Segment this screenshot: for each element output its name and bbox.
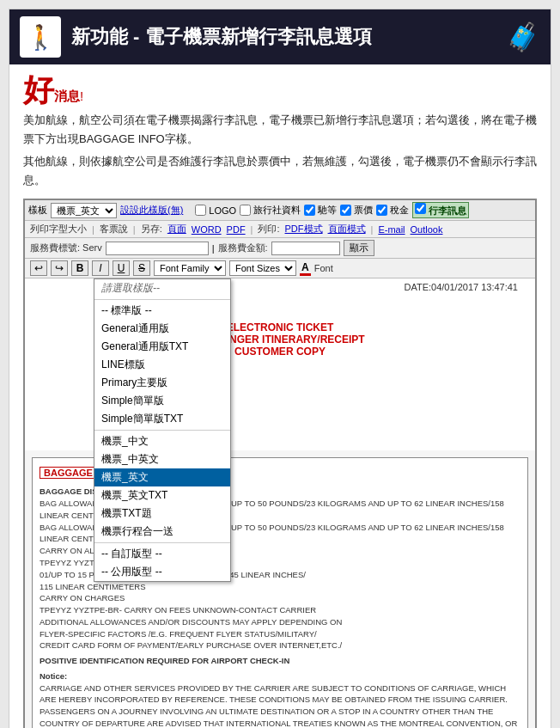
strikethrough-button[interactable]: S [133, 260, 150, 276]
italic-button[interactable]: I [92, 260, 109, 276]
another-label: 另存: [141, 223, 162, 236]
undo-button[interactable]: ↩ [30, 260, 47, 276]
feeji-checkbox[interactable] [340, 205, 351, 216]
taxfee-checkbox[interactable] [376, 205, 387, 216]
dropdown-item-ticket-en[interactable]: 機票_英文 [94, 468, 230, 486]
baggage-info-checkbox[interactable] [415, 203, 426, 214]
dropdown-item-ticket-txt[interactable]: 機票TXT題 [94, 505, 230, 523]
paragraph2: 其他航線，則依據航空公司是否維護行李訊息於票價中，若無維護，勾選後，電子機票仍不… [23, 152, 537, 190]
baggage-info-checkbox-group: 行李訊息 [412, 202, 469, 218]
luggage-icon: 🧳 [506, 21, 540, 53]
underline-button[interactable]: U [113, 260, 130, 276]
positive-id: POSITIVE IDENTIFICATION REQUIRED FOR AIR… [40, 655, 520, 667]
logo-checkbox[interactable] [195, 205, 206, 216]
dropdown-item-ticket-zh-en[interactable]: 機票_中英文 [94, 450, 230, 468]
dropdown-item-custom[interactable]: -- 自訂版型 -- [94, 545, 230, 563]
dropdown-item-line[interactable]: LINE標版 [94, 356, 230, 374]
fee-amount-label: 服務費金額: [218, 242, 268, 254]
font-sizes-select[interactable]: Font Sizes [229, 260, 296, 276]
bag-line-7: TPEYYZ YYZTPE-BR- CARRY ON FEES UNKNOWN-… [40, 604, 520, 616]
set-template-link[interactable]: 設設此樣版(無) [120, 204, 183, 217]
bold-button[interactable]: B [71, 260, 88, 276]
dropdown-item-standard[interactable]: -- 標準版 -- [94, 302, 230, 320]
dropdown-header: 請選取樣版-- [94, 279, 230, 297]
fee-amount-input[interactable] [271, 242, 340, 255]
page-link[interactable]: 頁面 [167, 223, 186, 236]
body-content: 好 消息 ! 美加航線，航空公司須在電子機票揭露行李訊息，電子機票已新增行李訊息… [9, 64, 551, 728]
dropdown-item-primary[interactable]: Primary主要版 [94, 374, 230, 392]
notice-section: Notice: [40, 670, 520, 682]
toolbar-row1: 樣板 機票_英文 設設此樣版(無) LOGO 旅行社資料 馳等 [25, 200, 535, 221]
main-container: 🚶 新功能 - 電子機票新增行李訊息選項 🧳 好 消息 ! 美加航線，航空公司須… [9, 9, 551, 728]
chideng-checkbox[interactable] [304, 205, 315, 216]
feeji-checkbox-group: 票價 [340, 204, 373, 217]
bag-line-6: CARRY ON CHARGES [40, 592, 520, 604]
font-color-a[interactable]: A [300, 261, 311, 276]
good-small-char: 消息 [54, 89, 80, 105]
page-header: 🚶 新功能 - 電子機票新增行李訊息選項 🧳 [9, 9, 551, 64]
dropdown-item-public[interactable]: -- 公用版型 -- [94, 563, 230, 581]
bag-line-10: CREDIT CARD FORM OF PAYMENT/EARLY PURCHA… [40, 639, 520, 652]
outlook-link[interactable]: Outlook [411, 224, 443, 235]
template-label: 樣板 [28, 204, 47, 217]
good-news-heading: 好 消息 ! [23, 75, 537, 106]
travel-info-checkbox[interactable] [240, 205, 251, 216]
pdf-mode-link[interactable]: PDF模式 [285, 223, 323, 236]
font-label: Font [314, 263, 333, 273]
template-dropdown: 請選取樣版-- -- 標準版 -- General通用版 General通用版T… [94, 278, 231, 582]
taxfee-label: 稅金 [390, 204, 409, 217]
dropdown-item-simple-txt[interactable]: Simple簡單版TXT [94, 410, 230, 428]
good-big-char: 好 [23, 75, 54, 106]
paragraph1: 美加航線，航空公司須在電子機票揭露行李訊息，電子機票已新增行李訊息選項；若勾選後… [23, 111, 537, 149]
chideng-label: 馳等 [318, 204, 337, 217]
dropdown-separator2 [94, 430, 230, 431]
toolbar-row3: 服務費標號: Serv | 服務費金額: 顯示 [25, 238, 535, 259]
pdf-link[interactable]: PDF [227, 224, 246, 235]
page-title: 新功能 - 電子機票新增行李訊息選項 [71, 24, 496, 50]
dropdown-item-ticket-en-txt[interactable]: 機票_英文TXT [94, 486, 230, 505]
email-link[interactable]: E-mail [378, 224, 405, 235]
travel-info-checkbox-group: 旅行社資料 [240, 204, 301, 217]
toolbar-row2: 列印字型大小 | 客票說 | 另存: 頁面 WORD PDF | 列印: PDF… [25, 221, 535, 238]
dropdown-separator1 [94, 299, 230, 300]
dropdown-item-ticket-zh[interactable]: 機票_中文 [94, 432, 230, 450]
taxfee-checkbox-group: 稅金 [376, 204, 409, 217]
dropdown-item-simple[interactable]: Simple簡單版 [94, 392, 230, 410]
travel-info-label: 旅行社資料 [253, 204, 301, 217]
dropdown-item-general[interactable]: General通用版 [94, 320, 230, 338]
screen-area: 請選取樣版-- -- 標準版 -- General通用版 General通用版T… [25, 278, 535, 450]
feeji-label: 票價 [354, 204, 373, 217]
print-label: 列印: [258, 223, 279, 236]
page-label: 客票說 [100, 223, 128, 236]
show-button[interactable]: 顯示 [344, 240, 374, 256]
bag-line-8: ADDITIONAL ALLOWANCES AND/OR DISCOUNTS M… [40, 616, 520, 628]
walking-icon: 🚶 [20, 16, 61, 58]
font-size-label: 列印字型大小 [30, 223, 87, 236]
editor-toolbar: ↩ ↪ B I U S Font Family Font Sizes A Fon… [25, 259, 535, 278]
service-label: 服務費標號: Serv [30, 242, 102, 254]
page-mode-link[interactable]: 頁面模式 [328, 223, 366, 236]
font-family-select[interactable]: Font Family [154, 260, 226, 276]
bag-line-9: FLYER-SPECIFIC FACTORS /E.G. FREQUENT FL… [40, 628, 520, 640]
template-select[interactable]: 機票_英文 [51, 203, 117, 218]
service-input[interactable] [106, 242, 209, 255]
notice-text: CARRIAGE AND OTHER SERVICES PROVIDED BY … [40, 682, 520, 728]
chideng-checkbox-group: 馳等 [304, 204, 337, 217]
ticket-date: DATE:04/01/2017 13:47:41 [197, 282, 518, 292]
word-link[interactable]: WORD [192, 224, 222, 235]
screenshot-box: 樣板 機票_英文 設設此樣版(無) LOGO 旅行社資料 馳等 [23, 199, 537, 728]
dropdown-item-general-txt[interactable]: General通用版TXT [94, 338, 230, 356]
bag-line-5: 115 LINEAR CENTIMETERS [40, 581, 520, 593]
logo-checkbox-group: LOGO [195, 205, 236, 216]
dropdown-item-ticket-combined[interactable]: 機票行程合一送 [94, 523, 230, 541]
dropdown-separator3 [94, 542, 230, 543]
redo-button[interactable]: ↪ [51, 260, 68, 276]
exclaim-char: ! [80, 89, 83, 103]
logo-label: LOGO [209, 205, 236, 216]
baggage-info-label: 行李訊息 [429, 205, 466, 216]
